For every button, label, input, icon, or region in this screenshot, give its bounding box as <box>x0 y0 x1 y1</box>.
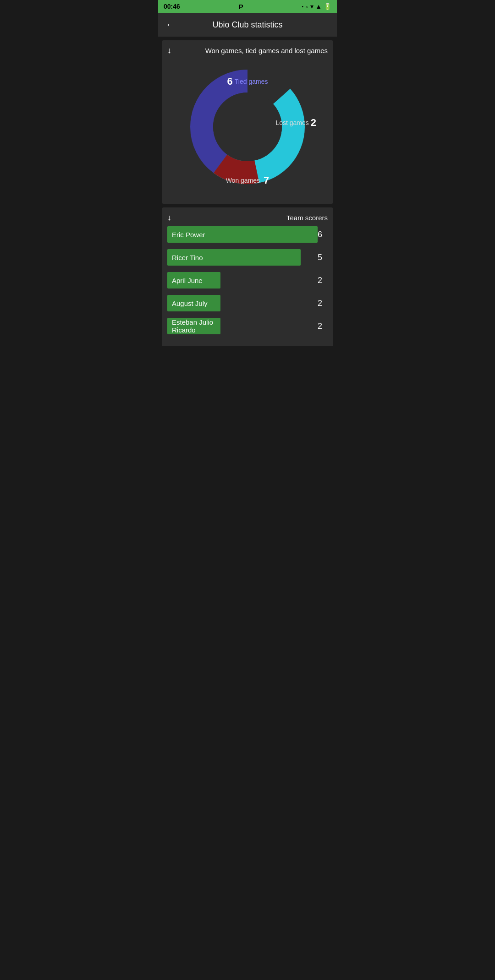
scorers-list: Eric Power6Ricer Tino5April June2August … <box>167 226 328 334</box>
wifi-icon: ▾ <box>310 3 314 10</box>
scorer-count: 6 <box>318 230 328 240</box>
donut-hole <box>213 93 282 161</box>
scorer-row: April June2 <box>167 272 328 289</box>
won-count: 7 <box>264 174 269 186</box>
scorer-row: Ricer Tino5 <box>167 249 328 266</box>
scorer-row-inner: Esteban Julio Ricardo2 <box>167 318 328 334</box>
won-label: Won games 7 <box>226 174 270 186</box>
status-icons: • ⬦ ▾ ▲ 🔋 <box>302 3 331 10</box>
parking-icon: P <box>239 3 243 11</box>
scorer-row-inner: August July2 <box>167 295 328 311</box>
battery-icon: 🔋 <box>324 3 331 10</box>
lost-label: Lost games 2 <box>275 117 316 129</box>
scorers-download-icon[interactable]: ↓ <box>167 213 171 223</box>
dot-icon: • <box>302 4 304 9</box>
scorer-row: August July2 <box>167 295 328 311</box>
scorers-card: ↓ Team scorers Eric Power6Ricer Tino5Apr… <box>162 207 333 346</box>
tied-count: 6 <box>227 76 233 87</box>
games-card-header: ↓ Won games, tied games and lost games <box>167 46 328 55</box>
scorer-row: Esteban Julio Ricardo2 <box>167 318 328 334</box>
scorer-bar: Esteban Julio Ricardo <box>167 318 220 334</box>
scorer-bar: Ricer Tino <box>167 249 301 266</box>
lost-count: 2 <box>311 117 316 129</box>
back-button[interactable]: ← <box>165 20 176 30</box>
scorers-card-header: ↓ Team scorers <box>167 213 328 223</box>
won-text: Won games <box>226 177 260 184</box>
tied-label: 6 Tied games <box>227 76 268 87</box>
scorer-row-inner: Eric Power6 <box>167 226 328 243</box>
tied-text: Tied games <box>235 78 268 85</box>
scorer-bar: August July <box>167 295 220 311</box>
scorer-count: 2 <box>318 321 328 331</box>
games-card-title: Won games, tied games and lost games <box>175 47 328 54</box>
scorer-count: 2 <box>318 276 328 285</box>
scorer-row-inner: Ricer Tino5 <box>167 249 328 266</box>
signal-icon: ▲ <box>315 3 322 10</box>
games-download-icon[interactable]: ↓ <box>167 46 171 55</box>
lost-text: Lost games <box>275 119 308 126</box>
page-title: Ubio Club statistics <box>181 20 314 30</box>
status-bar: 00:46 P • ⬦ ▾ ▲ 🔋 <box>158 0 337 13</box>
games-card: ↓ Won games, tied games and lost games 6… <box>162 40 333 204</box>
donut-chart: 6 Tied games Lost games 2 Won games 7 <box>183 63 312 191</box>
scorer-count: 2 <box>318 299 328 308</box>
scorer-count: 5 <box>318 253 328 262</box>
arrow-icon: ⬦ <box>305 4 308 9</box>
scorer-bar: Eric Power <box>167 226 318 243</box>
status-time: 00:46 <box>164 3 180 10</box>
scorer-bar: April June <box>167 272 220 289</box>
scorers-card-title: Team scorers <box>175 214 328 222</box>
topbar: ← Ubio Club statistics <box>158 13 337 37</box>
scorer-row-inner: April June2 <box>167 272 328 289</box>
scorer-row: Eric Power6 <box>167 226 328 243</box>
